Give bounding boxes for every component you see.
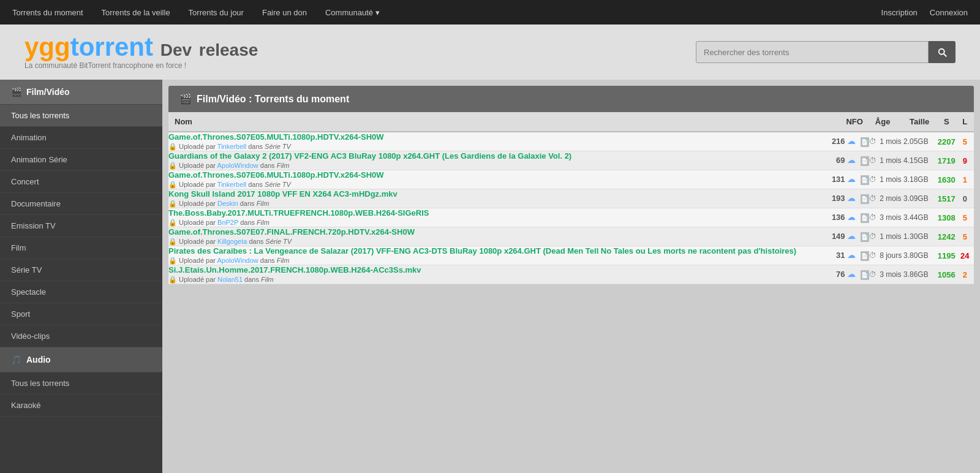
nfo-cell: 76 ☁ 📄 xyxy=(830,265,869,284)
sidebar-item-serie-tv[interactable]: Série TV xyxy=(0,259,162,281)
uploader-link[interactable]: ApoloWindow xyxy=(217,162,258,169)
torrent-name-link[interactable]: Guardians of the Galaxy 2 (2017) VF2-ENG… xyxy=(168,151,571,161)
uploader-link[interactable]: ApoloWindow xyxy=(217,257,258,264)
torrent-meta: 🔒 Uploadé par BnP2P dans Film xyxy=(168,219,830,227)
sidebar-item-video-clips[interactable]: Vidéo-clips xyxy=(0,325,162,347)
torrent-name-link[interactable]: Si.J.Etais.Un.Homme.2017.FRENCH.1080p.WE… xyxy=(168,265,421,274)
cloud-icon: ☁ xyxy=(847,231,856,241)
torrent-name-link[interactable]: Pirates des Caraibes : La Vengeance de S… xyxy=(168,246,796,255)
nav-inscription[interactable]: Inscription xyxy=(881,8,918,17)
search-icon xyxy=(937,47,948,58)
search-button[interactable] xyxy=(929,41,956,63)
sidebar-category-film-video[interactable]: 🎬 Film/Vidéo xyxy=(0,80,162,105)
sidebar-item-tous-torrents-video[interactable]: Tous les torrents xyxy=(0,105,162,127)
sidebar-item-tous-torrents-audio[interactable]: Tous les torrents xyxy=(0,373,162,395)
cloud-icon: ☁ xyxy=(847,212,856,222)
sidebar-item-documentaire[interactable]: Documentaire xyxy=(0,193,162,215)
torrent-name-cell: Pirates des Caraibes : La Vengeance de S… xyxy=(168,246,830,265)
leech-cell: 5 xyxy=(956,227,974,246)
col-taille: Taille xyxy=(903,112,937,132)
nav-communaute[interactable]: Communauté ▾ xyxy=(325,8,380,17)
cloud-icon: ☁ xyxy=(847,269,856,279)
uploader-link[interactable]: Tinkerbell xyxy=(217,181,246,188)
torrent-name-link[interactable]: Kong Skull Island 2017 1080p VFF EN X264… xyxy=(168,189,398,199)
seed-cell: 1195 xyxy=(937,246,956,265)
nav-torrents-jour[interactable]: Torrents du jour xyxy=(189,8,244,17)
shield-icon: 🔒 xyxy=(168,181,177,188)
top-nav-left: Torrents du moment Torrents de la veille… xyxy=(12,8,380,17)
shield-icon: 🔒 xyxy=(168,143,177,150)
main-content: 🎬 Film/Vidéo : Torrents du moment Nom NF… xyxy=(162,80,980,473)
sidebar-item-sport[interactable]: Sport xyxy=(0,303,162,325)
nav-torrents-veille[interactable]: Torrents de la veille xyxy=(102,8,170,17)
torrent-name-link[interactable]: The.Boss.Baby.2017.MULTi.TRUEFRENCH.1080… xyxy=(168,208,429,218)
table-row: Kong Skull Island 2017 1080p VFF EN X264… xyxy=(168,189,974,208)
logo-torrent: torrent xyxy=(70,32,153,61)
sidebar-item-karaoke-label: Karaoké xyxy=(11,401,40,410)
nfo-cell: 193 ☁ 📄 xyxy=(830,189,869,208)
sidebar-item-emission-tv[interactable]: Emission TV xyxy=(0,215,162,237)
age-cell: ⏱ 1 mois xyxy=(869,170,903,189)
col-age: Âge xyxy=(869,112,903,132)
sidebar-item-concert[interactable]: Concert xyxy=(0,171,162,193)
sidebar-category-audio[interactable]: 🎵 Audio xyxy=(0,347,162,373)
main-layout: 🎬 Film/Vidéo Tous les torrents Animation… xyxy=(0,80,980,473)
sidebar-item-video-clips-label: Vidéo-clips xyxy=(11,331,50,341)
clock-icon: ⏱ xyxy=(869,194,876,203)
table-row: Game.of.Thrones.S07E07.FINAL.FRENCH.720p… xyxy=(168,227,974,246)
file-icon: 📄 xyxy=(861,232,869,242)
torrent-name-link[interactable]: Game.of.Thrones.S07E07.FINAL.FRENCH.720p… xyxy=(168,227,415,236)
leech-cell: 1 xyxy=(956,170,974,189)
uploader-link[interactable]: Killgogeta xyxy=(217,238,247,245)
torrent-name-link[interactable]: Game.of.Thrones.S07E05.MULTi.1080p.HDTV.… xyxy=(168,132,384,142)
nav-faire-don[interactable]: Faire un don xyxy=(262,8,307,17)
sidebar-item-film[interactable]: Film xyxy=(0,237,162,259)
age-cell: ⏱ 3 mois xyxy=(869,208,903,227)
uploader-link[interactable]: BnP2P xyxy=(217,219,238,226)
table-row: Si.J.Etais.Un.Homme.2017.FRENCH.1080p.WE… xyxy=(168,265,974,284)
sidebar-item-karaoke[interactable]: Karaoké xyxy=(0,395,162,417)
logo-release: release xyxy=(199,40,258,59)
nfo-count: 216 xyxy=(832,137,845,146)
sidebar-item-animation-serie-label: Animation Série xyxy=(11,155,67,164)
sidebar-item-animation-serie[interactable]: Animation Série xyxy=(0,149,162,171)
table-header-row: Nom NFO Âge Taille S L xyxy=(168,112,974,132)
leech-cell: 9 xyxy=(956,151,974,170)
seed-cell: 1630 xyxy=(937,170,956,189)
torrent-table: Nom NFO Âge Taille S L Game.of.Thrones.S… xyxy=(168,112,974,284)
clock-icon: ⏱ xyxy=(869,270,876,279)
top-nav-right: Inscription Connexion xyxy=(881,8,968,17)
sidebar-item-film-label: Film xyxy=(11,243,26,252)
size-cell: 3.80GB xyxy=(903,246,937,265)
age-cell: ⏱ 3 mois xyxy=(869,265,903,284)
sidebar-item-emission-tv-label: Emission TV xyxy=(11,221,56,230)
size-cell: 4.15GB xyxy=(903,151,937,170)
file-icon: 📄 xyxy=(861,270,869,280)
file-icon: 📄 xyxy=(861,175,869,185)
uploader-link[interactable]: Deskin xyxy=(217,200,238,207)
sidebar-item-concert-label: Concert xyxy=(11,177,39,186)
torrent-name-link[interactable]: Game.of.Thrones.S07E06.MULTi.1080p.HDTV.… xyxy=(168,170,384,180)
nfo-cell: 216 ☁ 📄 xyxy=(830,132,869,151)
age-cell: ⏱ 2 mois xyxy=(869,189,903,208)
uploader-link[interactable]: Nolan51 xyxy=(217,276,243,283)
nav-torrents-moment[interactable]: Torrents du moment xyxy=(12,8,83,17)
nfo-count: 76 xyxy=(836,270,845,279)
file-icon: 📄 xyxy=(861,251,869,261)
torrent-name-cell: Kong Skull Island 2017 1080p VFF EN X264… xyxy=(168,189,830,208)
sidebar-item-animation[interactable]: Animation xyxy=(0,127,162,149)
sidebar-item-spectacle[interactable]: Spectacle xyxy=(0,281,162,303)
clock-icon: ⏱ xyxy=(869,137,876,146)
shield-icon: 🔒 xyxy=(168,200,177,207)
nfo-count: 31 xyxy=(836,251,845,260)
age-cell: ⏱ 8 jours xyxy=(869,246,903,265)
file-icon: 📄 xyxy=(861,194,869,204)
size-cell: 3.09GB xyxy=(903,189,937,208)
search-input[interactable] xyxy=(696,41,929,63)
nav-connexion[interactable]: Connexion xyxy=(930,8,968,17)
table-row: Guardians of the Galaxy 2 (2017) VF2-ENG… xyxy=(168,151,974,170)
table-row: Game.of.Thrones.S07E05.MULTi.1080p.HDTV.… xyxy=(168,132,974,151)
torrent-meta: 🔒 Uploadé par ApoloWindow dans Film xyxy=(168,257,830,265)
torrent-meta: 🔒 Uploadé par ApoloWindow dans Film xyxy=(168,162,830,170)
uploader-link[interactable]: Tinkerbell xyxy=(217,143,246,150)
